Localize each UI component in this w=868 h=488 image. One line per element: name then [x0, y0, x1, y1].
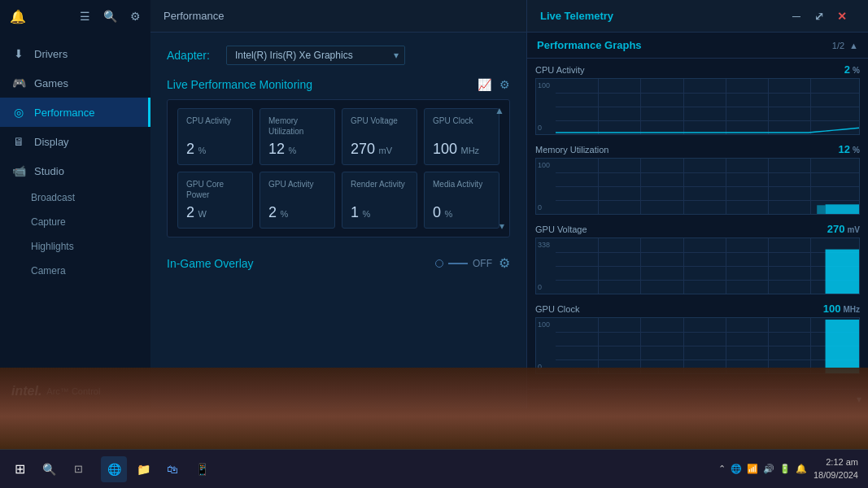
sidebar-sub-highlights[interactable]: Highlights [0, 234, 150, 259]
sidebar-sub-broadcast[interactable]: Broadcast [0, 185, 150, 210]
graph-gpuc-y-max: 100 [538, 320, 550, 329]
performance-icon: ◎ [11, 106, 26, 119]
tray-chevron-icon[interactable]: ⌃ [718, 464, 726, 474]
metric-cpu-unit: % [198, 146, 206, 155]
menu-icon[interactable]: ☰ [80, 10, 90, 23]
graph-gpu-voltage: GPU Voltage 270 mV 338 0 [535, 223, 860, 294]
chevron-up-icon[interactable]: ▲ [849, 41, 858, 50]
svg-rect-2 [826, 250, 859, 294]
graph-cpu-y-min: 0 [538, 124, 550, 132]
metric-gpua-value-row: 2 % [268, 204, 326, 221]
metric-gpua-val: 2 [268, 204, 277, 220]
metric-gpua-unit: % [280, 209, 288, 219]
overlay-title: In-Game Overlay [167, 257, 254, 270]
metric-media-val: 0 [433, 204, 441, 220]
taskbar-store-icon[interactable]: 🛍 [159, 456, 185, 482]
telemetry-panel: Performance Graphs 1/2 ▲ CPU Activity 2 … [526, 33, 868, 408]
graph-mem-y-max: 100 [538, 161, 550, 169]
perf-settings-icon[interactable]: ⚙ [499, 78, 510, 91]
graph-gpuv-value: 270 mV [827, 223, 860, 235]
adapter-row: Adapter: Intel(R) Iris(R) Xe Graphics [167, 46, 510, 65]
taskbar-folder-icon[interactable]: 📁 [130, 456, 156, 482]
page-indicator: 1/2 ▲ [832, 41, 858, 50]
taskbar-pinned-apps: 🌐 📁 🛍 📱 [101, 456, 215, 482]
telemetry-title-bar: Live Telemetry ─ ⤢ ✕ [526, 0, 868, 33]
graph-gpuv-area: 338 0 [535, 237, 860, 294]
sidebar-label-drivers: Drivers [34, 48, 68, 60]
tray-volume-icon[interactable]: 🔊 [763, 464, 774, 474]
sidebar: ⬇ Drivers 🎮 Games ◎ Performance 🖥 Displa… [0, 33, 150, 408]
adapter-select-wrapper[interactable]: Intel(R) Iris(R) Xe Graphics [226, 46, 405, 65]
graph-gpuv-bar [556, 238, 859, 294]
taskbar-chrome-icon[interactable]: 🌐 [101, 456, 127, 482]
graph-cpu-name: CPU Activity [535, 65, 585, 75]
broadcast-label: Broadcast [31, 192, 75, 203]
toggle-line [448, 263, 468, 264]
main-title-bar: Performance [150, 0, 526, 33]
search-icon[interactable]: 🔍 [103, 10, 117, 23]
tray-notification-bell[interactable]: 🔔 [796, 464, 807, 474]
collapse-btn[interactable]: ▲ [495, 105, 504, 116]
graph-cpu-y-labels: 100 0 [538, 81, 550, 132]
overlay-settings-icon[interactable]: ⚙ [499, 255, 510, 271]
settings-icon[interactable]: ⚙ [130, 10, 141, 23]
metric-cpu-activity: CPU Activity 2 % [177, 108, 253, 165]
taskbar-app-icon[interactable]: 📱 [189, 456, 215, 482]
metric-memory-util: MemoryUtilization 12 % [260, 108, 335, 165]
graph-mem-line [556, 159, 859, 214]
overlay-toggle-container: OFF ⚙ [435, 255, 510, 271]
graph-gpuc-area: 100 0 [535, 317, 860, 374]
sidebar-item-performance[interactable]: ◎ Performance [0, 98, 150, 127]
minimize-btn[interactable]: ─ [790, 10, 803, 23]
highlights-label: Highlights [31, 241, 74, 252]
metric-render-val: 1 [351, 204, 359, 220]
toggle-circle [435, 259, 443, 268]
title-bar-area: 🔔 ☰ 🔍 ⚙ Performance Live Telemetry ─ ⤢ ✕ [0, 0, 868, 33]
sidebar-item-games[interactable]: 🎮 Games [0, 68, 150, 98]
sidebar-item-studio[interactable]: 📹 Studio [0, 156, 150, 185]
taskbar-date-display: 18/09/2024 [813, 469, 858, 481]
taskbar-system-tray: ⌃ 🌐 📶 🔊 🔋 🔔 [718, 464, 807, 474]
overlay-toggle[interactable]: OFF [435, 258, 492, 269]
graph-cpu-line [556, 79, 859, 134]
graph-mem-y-labels: 100 0 [538, 161, 550, 211]
metrics-row-2: GPU CorePower 2 W GPU Activity 2 % [177, 172, 499, 229]
metric-gpu-voltage: GPU Voltage 270 mV [342, 108, 417, 165]
sidebar-sub-camera[interactable]: Camera [0, 259, 150, 283]
sidebar-item-drivers[interactable]: ⬇ Drivers [0, 39, 150, 68]
graph-gpuc-bar [556, 318, 859, 373]
performance-section-header: Live Performance Monitoring 📈 ⚙ [167, 78, 510, 91]
start-button[interactable]: ⊞ [7, 456, 33, 482]
taskbar-right: ⌃ 🌐 📶 🔊 🔋 🔔 2:12 am 18/09/2024 [709, 456, 868, 481]
metric-mem-name: MemoryUtilization [268, 115, 326, 137]
adapter-select[interactable]: Intel(R) Iris(R) Xe Graphics [226, 46, 405, 65]
content-area: ⬇ Drivers 🎮 Games ◎ Performance 🖥 Displa… [0, 33, 868, 408]
graph-gpuv-header: GPU Voltage 270 mV [535, 223, 860, 235]
app-notification-icon[interactable]: 🔔 [10, 9, 26, 24]
app-window: 🔔 ☰ 🔍 ⚙ Performance Live Telemetry ─ ⤢ ✕ [0, 0, 868, 408]
graph-gpuc-name: GPU Clock [535, 304, 579, 314]
close-btn[interactable]: ✕ [835, 10, 848, 23]
tray-network-icon[interactable]: 🌐 [731, 464, 742, 474]
chart-icon-btn[interactable]: 📈 [478, 78, 491, 91]
sidebar-item-display[interactable]: 🖥 Display [0, 127, 150, 156]
maximize-btn[interactable]: ⤢ [813, 10, 826, 23]
overlay-status: OFF [473, 258, 492, 269]
graph-gpuv-y-min: 0 [538, 283, 550, 291]
graph-gpuv-y-labels: 338 0 [538, 241, 550, 291]
taskbar-clock[interactable]: 2:12 am 18/09/2024 [813, 456, 858, 481]
taskbar-search-btn[interactable]: 🔍 [36, 456, 62, 482]
sidebar-label-performance: Performance [34, 107, 94, 119]
svg-rect-1 [817, 205, 825, 214]
tray-wifi-icon[interactable]: 📶 [747, 464, 758, 474]
telemetry-window-title: Live Telemetry [540, 10, 613, 22]
expand-metrics-btn[interactable]: ▾ [499, 220, 504, 232]
tray-battery-icon[interactable]: 🔋 [779, 464, 791, 474]
metric-cpu-value-row: 2 % [186, 141, 244, 158]
sidebar-sub-capture[interactable]: Capture [0, 210, 150, 234]
taskbar-taskview-btn[interactable]: ⊡ [65, 456, 91, 482]
graph-mem-value: 12 % [839, 143, 860, 155]
sidebar-label-display: Display [34, 136, 69, 148]
graph-cpu-value: 2 % [844, 63, 860, 76]
metric-gpuc-value-row: 100 MHz [433, 141, 491, 158]
